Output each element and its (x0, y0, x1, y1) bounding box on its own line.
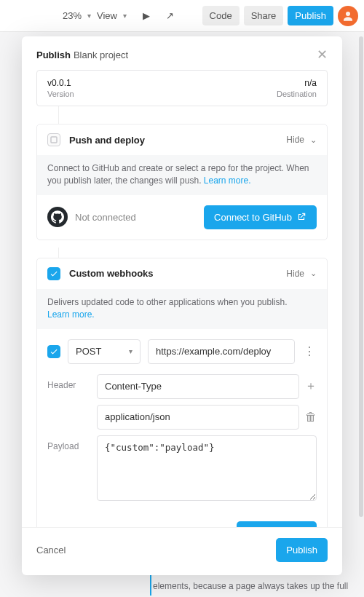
header-label: Header (47, 374, 88, 390)
cancel-button[interactable]: Cancel (36, 545, 66, 556)
svg-point-0 (346, 12, 350, 16)
connect-github-button[interactable]: Connect to GitHub (204, 205, 317, 229)
github-icon (47, 207, 68, 227)
svg-rect-1 (51, 137, 57, 143)
version-destination-row: v0.0.1 Version n/a Destination (36, 70, 328, 106)
chevron-down-icon: ⌄ (310, 269, 317, 278)
webhooks-toggle[interactable]: Hide ⌄ (286, 269, 317, 279)
modal-subtitle: Blank project (74, 50, 128, 60)
webhooks-description: Delivers updated code to other applicati… (37, 289, 327, 329)
share-button[interactable]: Share (244, 6, 284, 25)
push-deploy-title: Push and deploy (69, 135, 145, 146)
header-key-input[interactable] (97, 374, 299, 399)
webhook-enabled-checkbox[interactable] (47, 345, 60, 358)
chevron-down-icon[interactable]: ▾ (123, 12, 127, 20)
webhooks-checkbox[interactable] (47, 267, 60, 280)
top-toolbar: 23% ▾ View ▾ ▶ ↗ Code Share Publish (0, 0, 364, 32)
background-text: elements, because a page always takes up… (153, 580, 357, 593)
section-custom-webhooks: Custom webhooks Hide ⌄ Delivers updated … (36, 258, 328, 527)
header-value-input[interactable] (97, 405, 299, 430)
open-external-icon[interactable]: ↗ (166, 10, 174, 21)
webhook-url-input[interactable] (148, 339, 295, 364)
chevron-down-icon: ▾ (129, 347, 132, 355)
publish-modal: Publish Blank project ✕ v0.0.1 Version n… (22, 36, 342, 575)
more-icon[interactable]: ⋮ (302, 344, 317, 358)
version-label: Version (47, 90, 74, 98)
zoom-level[interactable]: 23% (63, 10, 82, 21)
modal-header: Publish Blank project ✕ (22, 36, 342, 70)
webhooks-title: Custom webhooks (69, 268, 154, 279)
view-menu[interactable]: View (97, 10, 117, 21)
destination-value: n/a (277, 78, 317, 88)
new-webhook-button[interactable]: New webhook (237, 521, 317, 527)
push-deploy-description: Connect to GitHub and create or select a… (37, 155, 327, 195)
section-push-deploy: Push and deploy Hide ⌄ Connect to GitHub… (36, 124, 328, 240)
push-learn-more-link[interactable]: Learn more. (204, 175, 251, 186)
push-deploy-checkbox[interactable] (47, 133, 60, 146)
close-icon[interactable]: ✕ (317, 48, 328, 61)
code-button[interactable]: Code (202, 6, 240, 25)
chevron-down-icon: ⌄ (310, 135, 317, 145)
avatar[interactable] (338, 6, 358, 26)
version-value: v0.0.1 (47, 78, 74, 88)
http-method-select[interactable]: POST ▾ (68, 339, 141, 364)
payload-textarea[interactable] (97, 435, 317, 501)
destination-label: Destination (277, 90, 317, 98)
publish-button-toolbar[interactable]: Publish (288, 6, 333, 25)
open-external-icon (296, 212, 306, 222)
chevron-down-icon[interactable]: ▾ (87, 12, 91, 20)
github-status: Not connected (75, 212, 136, 223)
modal-title: Publish (36, 50, 71, 60)
play-icon[interactable]: ▶ (143, 10, 150, 21)
payload-label: Payload (47, 435, 88, 451)
delete-header-icon[interactable]: 🗑 (305, 411, 317, 424)
add-header-icon[interactable]: ＋ (305, 379, 317, 394)
push-deploy-toggle[interactable]: Hide ⌄ (286, 135, 317, 145)
page-scrollbar[interactable] (359, 36, 363, 517)
publish-button[interactable]: Publish (276, 538, 328, 562)
accent-bar (150, 575, 151, 596)
webhooks-learn-more-link[interactable]: Learn more. (47, 309, 95, 320)
